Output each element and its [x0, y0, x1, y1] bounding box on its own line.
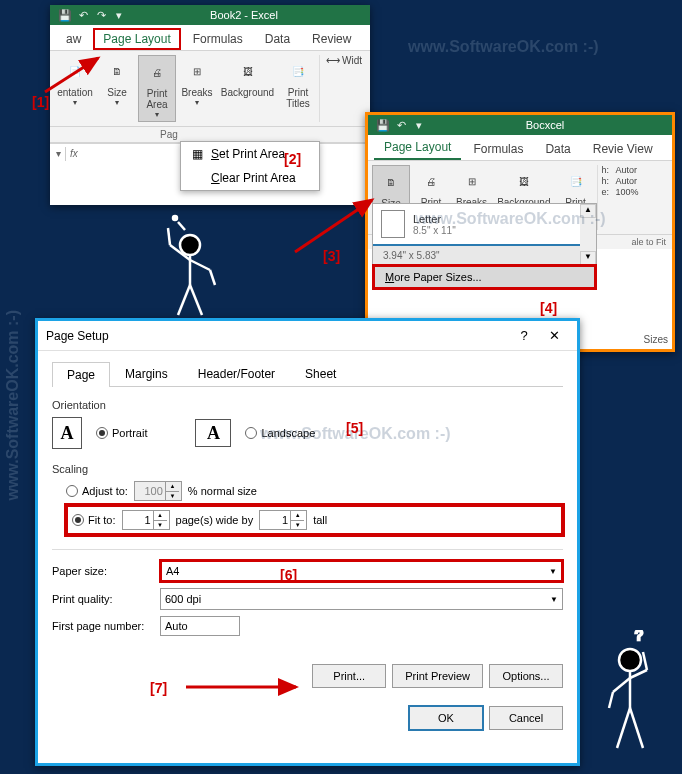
- landscape-radio[interactable]: Landscape: [245, 427, 315, 439]
- tab-formulas[interactable]: Formulas: [463, 138, 533, 160]
- cancel-button[interactable]: Cancel: [489, 706, 563, 730]
- print-titles-icon: 📑: [562, 167, 590, 195]
- paper-size-row: Paper size: A4 ▼: [52, 560, 563, 582]
- first-page-input[interactable]: [160, 616, 240, 636]
- adjust-input[interactable]: [135, 482, 165, 500]
- svg-line-1: [295, 200, 372, 252]
- fx-label[interactable]: fx: [70, 148, 78, 159]
- size-label: Size: [107, 87, 126, 98]
- divider: [52, 549, 563, 550]
- svg-line-10: [190, 285, 202, 315]
- ribbon: 📄 entation▾ 🗎 Size▾ 🖨 Print Area▾ ⊞ Brea…: [50, 51, 370, 127]
- fit-to-radio[interactable]: Fit to:: [72, 514, 116, 526]
- fit-to-row: Fit to: ▲▼ page(s) wide by ▲▼ tall: [66, 505, 563, 535]
- tab-sheet[interactable]: Sheet: [290, 361, 351, 386]
- clear-print-area-icon: [189, 170, 205, 186]
- ok-button[interactable]: OK: [409, 706, 483, 730]
- paper-size-letter[interactable]: Letter 8.5" x 11": [373, 204, 580, 244]
- tab-formulas[interactable]: Formulas: [183, 28, 253, 50]
- scale-value[interactable]: 100%: [616, 187, 639, 197]
- size-icon: 🗎: [377, 168, 405, 196]
- scrollbar[interactable]: ▲ ▼: [580, 204, 596, 265]
- print-quality-combo[interactable]: 600 dpi ▼: [160, 588, 563, 610]
- print-titles-button[interactable]: 📑 Print Titles: [279, 55, 317, 122]
- spin-down-icon[interactable]: ▼: [153, 521, 167, 530]
- callout-1: [1]: [32, 94, 49, 110]
- height-value[interactable]: Autor: [616, 165, 638, 175]
- help-button[interactable]: ?: [509, 328, 539, 343]
- clear-print-area[interactable]: Clear Print Area: [181, 166, 319, 190]
- adjust-spinner[interactable]: ▲▼: [134, 481, 182, 501]
- tab-review[interactable]: Revie View: [583, 138, 663, 160]
- svg-point-3: [180, 235, 200, 255]
- print-button[interactable]: Print...: [312, 664, 386, 688]
- fit-mid-label: page(s) wide by: [176, 514, 254, 526]
- tab-margins[interactable]: Margins: [110, 361, 183, 386]
- spin-down-icon[interactable]: ▼: [290, 521, 304, 530]
- chevron-down-icon: ▼: [549, 567, 557, 576]
- spin-up-icon[interactable]: ▲: [165, 482, 179, 492]
- fit-wide-spinner[interactable]: ▲▼: [122, 510, 170, 530]
- svg-line-9: [178, 285, 190, 315]
- first-page-label: First page number:: [52, 620, 152, 632]
- fit-tall-spinner[interactable]: ▲▼: [259, 510, 307, 530]
- save-icon[interactable]: 💾: [376, 118, 390, 132]
- redo-icon[interactable]: ↷: [94, 8, 108, 22]
- orientation-button[interactable]: 📄 entation▾: [54, 55, 96, 122]
- tab-page-layout[interactable]: Page Layout: [374, 136, 461, 160]
- spin-down-icon[interactable]: ▼: [165, 492, 179, 501]
- adjust-to-radio[interactable]: Adjust to:: [66, 485, 128, 497]
- tab-page[interactable]: Page: [52, 362, 110, 387]
- svg-line-18: [643, 652, 647, 670]
- ok-cancel-buttons: OK Cancel: [52, 706, 563, 730]
- fit-tall-input[interactable]: [260, 511, 290, 529]
- background-icon: 🖼: [510, 167, 538, 195]
- svg-line-16: [609, 692, 613, 708]
- background-button[interactable]: 🖼 Background: [218, 55, 277, 122]
- undo-icon[interactable]: ↶: [76, 8, 90, 22]
- dialog-titlebar: Page Setup ? ✕: [38, 321, 577, 351]
- paper-name: Letter: [413, 213, 456, 225]
- print-area-button[interactable]: 🖨 Print Area▾: [138, 55, 176, 122]
- scale-to-fit-group: h: Autor h: Autor e: 100%: [597, 165, 643, 230]
- undo-icon[interactable]: ↶: [394, 118, 408, 132]
- close-button[interactable]: ✕: [539, 328, 569, 343]
- breaks-button[interactable]: ⊞ Breaks▾: [178, 55, 216, 122]
- watermark-text: www.SoftwareOK.com :-): [408, 38, 599, 56]
- tab-review[interactable]: Review: [302, 28, 361, 50]
- background-icon: 🖼: [234, 57, 262, 85]
- scroll-down-icon[interactable]: ▼: [580, 251, 596, 265]
- print-area-label: Print Area: [146, 88, 167, 110]
- print-quality-label: Print quality:: [52, 593, 152, 605]
- fit-wide-input[interactable]: [123, 511, 153, 529]
- landscape-icon: A: [195, 419, 231, 447]
- spin-up-icon[interactable]: ▲: [290, 511, 304, 521]
- tab-data[interactable]: Data: [535, 138, 580, 160]
- scroll-up-icon[interactable]: ▲: [580, 204, 596, 218]
- svg-line-15: [613, 678, 630, 692]
- qat-more-icon[interactable]: ▾: [412, 118, 426, 132]
- spin-up-icon[interactable]: ▲: [153, 511, 167, 521]
- options-button[interactable]: Options...: [489, 664, 563, 688]
- qat-more-icon[interactable]: ▾: [112, 8, 126, 22]
- tab-draw[interactable]: aw: [56, 28, 91, 50]
- tab-header-footer[interactable]: Header/Footer: [183, 361, 290, 386]
- tab-data[interactable]: Data: [255, 28, 300, 50]
- portrait-radio[interactable]: Portrait: [96, 427, 147, 439]
- name-box-dropdown[interactable]: ▾: [56, 148, 61, 159]
- width-label: Widt: [342, 55, 362, 66]
- paper-size-combo[interactable]: A4 ▼: [160, 560, 563, 582]
- portrait-label: Portrait: [112, 427, 147, 439]
- dialog-tabs: Page Margins Header/Footer Sheet: [52, 361, 563, 387]
- width-value[interactable]: Autor: [616, 176, 638, 186]
- set-print-area[interactable]: ▦ Set Print Area: [181, 142, 319, 166]
- landscape-label: Landscape: [261, 427, 315, 439]
- print-preview-button[interactable]: Print Preview: [392, 664, 483, 688]
- tab-page-layout[interactable]: Page Layout: [93, 28, 180, 50]
- fit-label: Fit to:: [88, 514, 116, 526]
- more-paper-sizes[interactable]: More Paper Sizes...: [373, 265, 596, 289]
- size-button[interactable]: 🗎 Size▾: [98, 55, 136, 122]
- save-icon[interactable]: 💾: [58, 8, 72, 22]
- current-size-row[interactable]: 3.94" x 5.83": [373, 246, 580, 265]
- print-quality-value: 600 dpi: [165, 593, 201, 605]
